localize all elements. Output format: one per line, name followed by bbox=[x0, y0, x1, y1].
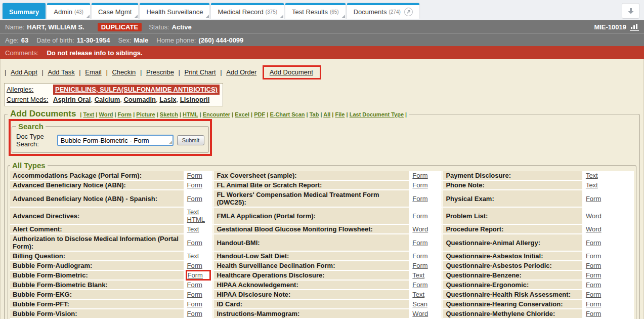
action-add-task[interactable]: Add Task bbox=[48, 68, 74, 76]
doc-quick-link-tab[interactable]: Tab bbox=[310, 111, 319, 117]
doc-format-link-form[interactable]: Form bbox=[412, 172, 427, 179]
doc-format-link-word[interactable]: Word bbox=[586, 225, 602, 233]
doc-format-link-form[interactable]: Form bbox=[586, 195, 601, 203]
doc-format-link-text[interactable]: Text bbox=[412, 271, 424, 279]
doc-format-link-form[interactable]: Form bbox=[412, 239, 427, 247]
doc-format-link-word[interactable]: Word bbox=[586, 212, 602, 220]
doc-quick-link-word[interactable]: Word bbox=[99, 111, 113, 117]
doc-format-link-text[interactable]: Text bbox=[187, 252, 199, 260]
doc-quick-link-encounter[interactable]: Encounter bbox=[203, 111, 230, 117]
current-meds-link[interactable]: Current Meds: bbox=[7, 96, 48, 103]
doc-format-link-form[interactable]: Form bbox=[187, 239, 202, 247]
doc-quick-link-form[interactable]: Form bbox=[118, 111, 132, 117]
action-add-order[interactable]: Add Order bbox=[226, 68, 256, 76]
collapse-header-button[interactable] bbox=[622, 3, 639, 19]
doc-quick-link-text[interactable]: Text bbox=[83, 111, 94, 117]
med-link[interactable]: Aspirin Oral bbox=[53, 96, 91, 103]
doc-type-format-cell: Text bbox=[185, 225, 214, 234]
tab-admin[interactable]: Admin(43) bbox=[47, 3, 90, 19]
table-row: Bubble Form-PFT:FormID Card:ScanQuestion… bbox=[10, 300, 634, 309]
doc-type-format-cell: Form bbox=[185, 300, 214, 309]
action-checkin[interactable]: Checkin bbox=[112, 68, 136, 76]
bar-chart-icon[interactable] bbox=[630, 23, 639, 31]
doc-format-link-html[interactable]: HTML bbox=[187, 216, 210, 223]
doc-quick-link-picture[interactable]: Picture bbox=[136, 111, 155, 117]
search-section: Search Doc Type Search: Submit bbox=[12, 122, 209, 153]
popout-icon[interactable] bbox=[404, 8, 413, 16]
doc-format-link-text[interactable]: Text bbox=[586, 172, 598, 179]
doc-format-link-text[interactable]: Text bbox=[187, 208, 210, 216]
doc-format-link-form[interactable]: Form bbox=[586, 310, 601, 317]
doc-format-link-form[interactable]: Form bbox=[412, 281, 427, 289]
tab-summary[interactable]: Summary bbox=[3, 3, 46, 19]
action-print-chart[interactable]: Print Chart bbox=[184, 68, 216, 76]
doc-format-link-form[interactable]: Form bbox=[586, 281, 601, 289]
doc-format-link-word[interactable]: Word bbox=[412, 310, 428, 317]
tab-case-mgmt[interactable]: Case Mgmt bbox=[92, 3, 138, 19]
doc-format-link-form[interactable]: Form bbox=[586, 239, 601, 247]
patient-comments-bar: Comments: Do not release info to sibling… bbox=[0, 46, 644, 59]
doc-format-link-text[interactable]: Text bbox=[187, 225, 199, 233]
doc-type-label: Gestational Blood Glucose Monitoring Flo… bbox=[214, 225, 410, 234]
doc-type-label: Alert Comment: bbox=[10, 225, 185, 234]
med-link[interactable]: Coumadin bbox=[123, 96, 156, 103]
doc-quick-link-file[interactable]: File bbox=[335, 111, 345, 117]
doc-quick-link-e-chart-scan[interactable]: E-Chart Scan bbox=[270, 111, 305, 117]
table-row: Bubble Form-Audiogram:FormHealth Surveil… bbox=[10, 261, 634, 271]
table-row: Advanced Beneficiary Notice (ABN):FormFL… bbox=[10, 181, 634, 190]
doc-format-link-form[interactable]: Form bbox=[586, 300, 601, 308]
med-link[interactable]: Lisinopril bbox=[180, 96, 210, 103]
doc-format-link-form[interactable]: Form bbox=[412, 212, 427, 220]
action-add-appt[interactable]: Add Appt bbox=[11, 68, 37, 76]
doc-format-link-scan[interactable]: Scan bbox=[412, 300, 427, 308]
doc-quick-link-all[interactable]: All bbox=[323, 111, 330, 117]
doc-format-link-form[interactable]: Form bbox=[187, 281, 202, 289]
doc-format-link-form[interactable]: Form bbox=[187, 195, 202, 203]
allergies-box: Allergies: PENICILLINS, SULFA(SULFONAMID… bbox=[4, 83, 223, 106]
action-email[interactable]: Email bbox=[85, 68, 102, 76]
doc-type-search-input[interactable] bbox=[57, 135, 174, 146]
doc-format-link-form[interactable]: Form bbox=[187, 172, 202, 179]
med-link[interactable]: Calcium bbox=[95, 96, 120, 103]
doc-format-link-form[interactable]: Form bbox=[586, 262, 601, 269]
doc-quick-link-sketch[interactable]: Sketch bbox=[160, 111, 178, 117]
doc-quick-link-excel[interactable]: Excel bbox=[235, 111, 249, 117]
doc-format-link-form[interactable]: Form bbox=[412, 262, 427, 269]
tab-test-results[interactable]: Test Results(65) bbox=[285, 3, 346, 19]
allergy-value[interactable]: PENICILLINS, SULFA(SULFONAMIDE ANTIBIOTI… bbox=[53, 85, 220, 95]
doc-format-link-text[interactable]: Text bbox=[586, 181, 598, 189]
doc-format-link-form[interactable]: Form bbox=[412, 252, 427, 260]
doc-type-format-cell: Form bbox=[185, 181, 214, 190]
doc-format-link-form[interactable]: Form bbox=[188, 271, 203, 279]
action-prescribe[interactable]: Prescribe bbox=[146, 68, 174, 76]
doc-format-link-form[interactable]: Form bbox=[586, 252, 601, 260]
doc-format-link-form[interactable]: Form bbox=[412, 181, 427, 189]
doc-quick-link-html[interactable]: HTML bbox=[183, 111, 198, 117]
patient-status: Active bbox=[172, 23, 192, 31]
submit-button[interactable]: Submit bbox=[177, 135, 204, 145]
doc-type-format-cell: Form bbox=[583, 309, 634, 319]
doc-quick-link-last-document-type[interactable]: Last Document Type bbox=[350, 111, 404, 117]
med-link[interactable]: Lasix bbox=[159, 96, 176, 103]
duplicate-badge: DUPLICATE bbox=[98, 23, 142, 31]
allergies-link[interactable]: Allergies: bbox=[7, 86, 33, 93]
tab-count: (375) bbox=[266, 9, 277, 15]
patient-age: 63 bbox=[21, 36, 28, 44]
doc-type-label: Questionnaire-Health Risk Assessment: bbox=[443, 290, 583, 300]
doc-format-link-form[interactable]: Form bbox=[412, 195, 427, 203]
doc-format-link-form[interactable]: Form bbox=[187, 300, 202, 308]
doc-format-link-word[interactable]: Word bbox=[412, 225, 428, 233]
tab-documents[interactable]: Documents(274) bbox=[347, 3, 419, 19]
tab-medical-record[interactable]: Medical Record(375) bbox=[211, 3, 284, 19]
doc-format-link-form[interactable]: Form bbox=[586, 291, 601, 298]
doc-type-format-cell: Word bbox=[583, 225, 634, 234]
doc-format-link-text[interactable]: Text bbox=[412, 291, 424, 298]
doc-format-link-form[interactable]: Form bbox=[187, 310, 202, 317]
doc-format-link-form[interactable]: Form bbox=[187, 262, 202, 269]
doc-quick-link-pdf[interactable]: PDF bbox=[254, 111, 265, 117]
doc-format-link-form[interactable]: Form bbox=[187, 181, 202, 189]
tab-health-surveillance[interactable]: Health Surveillance bbox=[140, 3, 209, 19]
doc-format-link-form[interactable]: Form bbox=[586, 271, 601, 279]
doc-format-link-form[interactable]: Form bbox=[187, 291, 202, 298]
action-add-document[interactable]: Add Document bbox=[270, 68, 313, 76]
